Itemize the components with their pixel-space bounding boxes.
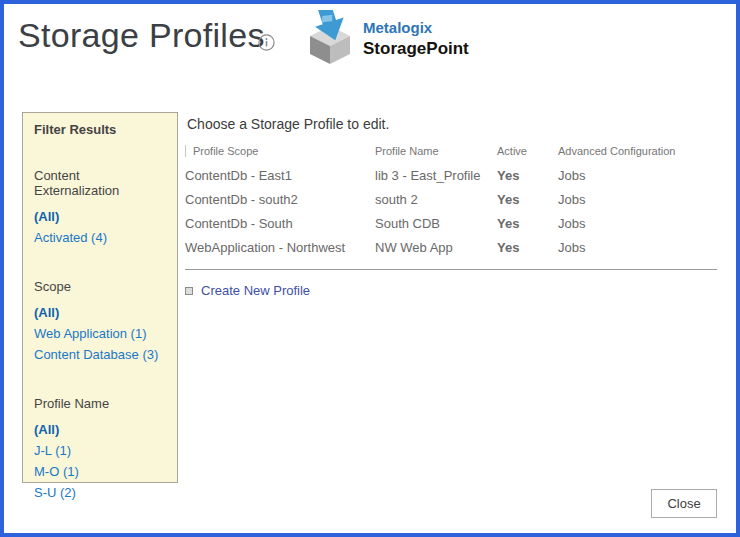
filter-group-scope: Scope (All) Web Application (1) Content …	[34, 279, 166, 365]
filter-group-content-externalization: Content Externalization (All) Activated …	[34, 168, 166, 248]
cell-active: Yes	[497, 188, 558, 212]
info-icon[interactable]	[258, 34, 275, 51]
cell-profile-name[interactable]: south 2	[375, 188, 497, 212]
column-header-active: Active	[497, 143, 558, 164]
filter-item-content-database[interactable]: Content Database (3)	[34, 344, 166, 365]
filter-item-all[interactable]: (All)	[34, 419, 166, 440]
filter-item-all[interactable]: (All)	[34, 206, 166, 227]
cell-advanced-configuration[interactable]: Jobs	[558, 236, 717, 260]
cell-active: Yes	[497, 212, 558, 236]
cell-advanced-configuration[interactable]: Jobs	[558, 212, 717, 236]
cell-profile-name[interactable]: NW Web App	[375, 236, 497, 260]
table-row[interactable]: WebApplication - Northwest NW Web App Ye…	[185, 236, 717, 260]
filter-item-all[interactable]: (All)	[34, 302, 166, 323]
table-row[interactable]: ContentDb - South South CDB Yes Jobs	[185, 212, 717, 236]
cell-profile-scope[interactable]: WebApplication - Northwest	[185, 236, 375, 260]
page-title: Storage Profiles	[18, 16, 265, 55]
storage-profiles-dialog: Storage Profiles Metalogix	[0, 0, 740, 537]
instruction-text: Choose a Storage Profile to edit.	[187, 116, 717, 132]
filter-item-j-l[interactable]: J-L (1)	[34, 440, 166, 461]
cell-advanced-configuration[interactable]: Jobs	[558, 188, 717, 212]
filter-item-web-application[interactable]: Web Application (1)	[34, 323, 166, 344]
table-row[interactable]: ContentDb - south2 south 2 Yes Jobs	[185, 188, 717, 212]
filter-results-title: Filter Results	[34, 122, 166, 137]
table-header-row: Profile Scope Profile Name Active Advanc…	[185, 143, 717, 164]
filter-item-s-u[interactable]: S-U (2)	[34, 482, 166, 503]
profiles-table: Profile Scope Profile Name Active Advanc…	[185, 143, 717, 260]
cell-profile-scope[interactable]: ContentDb - south2	[185, 188, 375, 212]
filter-heading: Scope	[34, 279, 166, 294]
cell-active: Yes	[497, 236, 558, 260]
new-item-icon	[185, 287, 193, 295]
brand-name: Metalogix	[363, 19, 469, 38]
brand-product: StoragePoint	[363, 38, 469, 59]
filter-item-activated[interactable]: Activated (4)	[34, 227, 166, 248]
table-bottom-rule	[185, 269, 717, 270]
cell-profile-scope[interactable]: ContentDb - East1	[185, 164, 375, 188]
profiles-main: Choose a Storage Profile to edit. Profil…	[185, 114, 717, 298]
filter-group-profile-name: Profile Name (All) J-L (1) M-O (1) S-U (…	[34, 396, 166, 503]
column-header-profile-name: Profile Name	[375, 143, 497, 164]
cell-active: Yes	[497, 164, 558, 188]
filter-heading: Profile Name	[34, 396, 166, 411]
filter-item-m-o[interactable]: M-O (1)	[34, 461, 166, 482]
table-row[interactable]: ContentDb - East1 lib 3 - East_Profile Y…	[185, 164, 717, 188]
cell-profile-name[interactable]: lib 3 - East_Profile	[375, 164, 497, 188]
cell-profile-scope[interactable]: ContentDb - South	[185, 212, 375, 236]
close-button[interactable]: Close	[651, 489, 717, 518]
cell-advanced-configuration[interactable]: Jobs	[558, 164, 717, 188]
storagepoint-logo: Metalogix StoragePoint	[306, 10, 469, 68]
column-header-advanced-configuration: Advanced Configuration	[558, 143, 717, 164]
create-new-profile-link[interactable]: Create New Profile	[185, 283, 310, 298]
column-header-profile-scope: Profile Scope	[185, 143, 375, 164]
storagepoint-box-icon	[306, 10, 354, 68]
create-new-profile-label: Create New Profile	[201, 283, 310, 298]
filter-results-panel: Filter Results Content Externalization (…	[22, 112, 178, 483]
filter-heading: Content Externalization	[34, 168, 166, 198]
cell-profile-name[interactable]: South CDB	[375, 212, 497, 236]
